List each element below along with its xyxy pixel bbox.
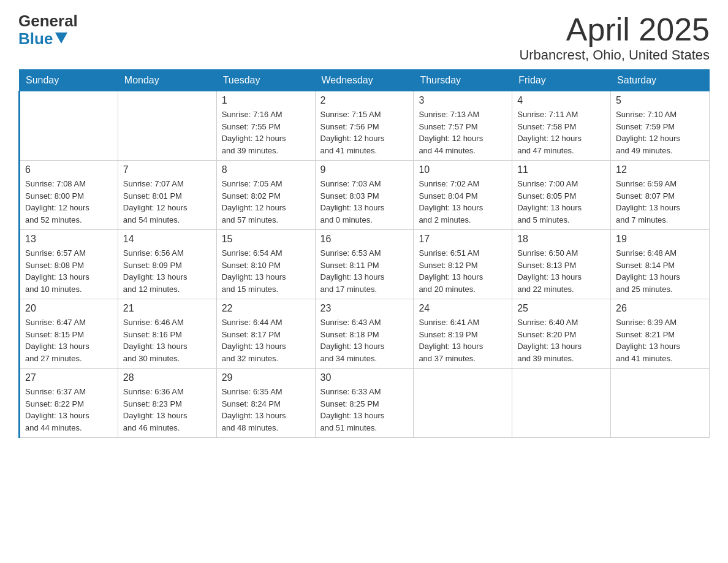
- day-info: Sunrise: 6:39 AM Sunset: 8:21 PM Dayligh…: [616, 316, 704, 364]
- calendar-week-row: 20Sunrise: 6:47 AM Sunset: 8:15 PM Dayli…: [20, 299, 710, 369]
- day-info: Sunrise: 6:57 AM Sunset: 8:08 PM Dayligh…: [25, 247, 113, 295]
- day-number: 25: [517, 303, 605, 314]
- day-number: 21: [123, 303, 211, 314]
- calendar-day-header: Wednesday: [315, 70, 414, 91]
- day-info: Sunrise: 6:33 AM Sunset: 8:25 PM Dayligh…: [320, 386, 409, 434]
- calendar-cell: 6Sunrise: 7:08 AM Sunset: 8:00 PM Daylig…: [20, 161, 118, 230]
- day-number: 16: [320, 234, 409, 245]
- calendar-cell: 2Sunrise: 7:15 AM Sunset: 7:56 PM Daylig…: [315, 91, 414, 161]
- day-number: 28: [123, 372, 211, 383]
- calendar-cell: 30Sunrise: 6:33 AM Sunset: 8:25 PM Dayli…: [315, 369, 414, 438]
- calendar-cell: [118, 91, 216, 161]
- day-number: 8: [222, 164, 310, 175]
- calendar-cell: 1Sunrise: 7:16 AM Sunset: 7:55 PM Daylig…: [216, 91, 315, 161]
- day-number: 29: [222, 372, 310, 383]
- calendar-week-row: 1Sunrise: 7:16 AM Sunset: 7:55 PM Daylig…: [20, 91, 710, 161]
- calendar-week-row: 27Sunrise: 6:37 AM Sunset: 8:22 PM Dayli…: [20, 369, 710, 438]
- day-number: 23: [320, 303, 409, 314]
- day-info: Sunrise: 7:00 AM Sunset: 8:05 PM Dayligh…: [517, 178, 605, 226]
- day-info: Sunrise: 6:40 AM Sunset: 8:20 PM Dayligh…: [517, 316, 605, 364]
- calendar-cell: 19Sunrise: 6:48 AM Sunset: 8:14 PM Dayli…: [611, 230, 710, 299]
- day-info: Sunrise: 6:41 AM Sunset: 8:19 PM Dayligh…: [419, 316, 507, 364]
- day-info: Sunrise: 6:51 AM Sunset: 8:12 PM Dayligh…: [419, 247, 507, 295]
- calendar-cell: [414, 369, 512, 438]
- day-info: Sunrise: 6:56 AM Sunset: 8:09 PM Dayligh…: [123, 247, 211, 295]
- day-number: 7: [123, 164, 211, 175]
- calendar-cell: 3Sunrise: 7:13 AM Sunset: 7:57 PM Daylig…: [414, 91, 512, 161]
- day-number: 9: [320, 164, 409, 175]
- calendar-cell: [20, 91, 118, 161]
- calendar-cell: 8Sunrise: 7:05 AM Sunset: 8:02 PM Daylig…: [216, 161, 315, 230]
- calendar-cell: 16Sunrise: 6:53 AM Sunset: 8:11 PM Dayli…: [315, 230, 414, 299]
- calendar-cell: 13Sunrise: 6:57 AM Sunset: 8:08 PM Dayli…: [20, 230, 118, 299]
- logo: General Blue: [18, 12, 78, 47]
- calendar-cell: [512, 369, 611, 438]
- day-number: 13: [25, 234, 113, 245]
- calendar-day-header: Monday: [118, 70, 216, 91]
- day-info: Sunrise: 6:59 AM Sunset: 8:07 PM Dayligh…: [616, 178, 704, 226]
- day-info: Sunrise: 6:48 AM Sunset: 8:14 PM Dayligh…: [616, 247, 704, 295]
- day-info: Sunrise: 6:43 AM Sunset: 8:18 PM Dayligh…: [320, 316, 409, 364]
- day-info: Sunrise: 6:44 AM Sunset: 8:17 PM Dayligh…: [222, 316, 310, 364]
- calendar-cell: 7Sunrise: 7:07 AM Sunset: 8:01 PM Daylig…: [118, 161, 216, 230]
- calendar-cell: 21Sunrise: 6:46 AM Sunset: 8:16 PM Dayli…: [118, 299, 216, 369]
- day-number: 2: [320, 95, 409, 106]
- day-number: 12: [616, 164, 704, 175]
- calendar-cell: 14Sunrise: 6:56 AM Sunset: 8:09 PM Dayli…: [118, 230, 216, 299]
- calendar-cell: 10Sunrise: 7:02 AM Sunset: 8:04 PM Dayli…: [414, 161, 512, 230]
- title-block: April 2025 Urbancrest, Ohio, United Stat…: [519, 12, 710, 63]
- day-info: Sunrise: 7:10 AM Sunset: 7:59 PM Dayligh…: [616, 109, 704, 156]
- day-number: 20: [25, 303, 113, 314]
- calendar-cell: 25Sunrise: 6:40 AM Sunset: 8:20 PM Dayli…: [512, 299, 611, 369]
- day-info: Sunrise: 6:47 AM Sunset: 8:15 PM Dayligh…: [25, 316, 113, 364]
- day-info: Sunrise: 7:13 AM Sunset: 7:57 PM Dayligh…: [419, 109, 507, 156]
- calendar-cell: 23Sunrise: 6:43 AM Sunset: 8:18 PM Dayli…: [315, 299, 414, 369]
- day-info: Sunrise: 6:50 AM Sunset: 8:13 PM Dayligh…: [517, 247, 605, 295]
- calendar-day-header: Saturday: [611, 70, 710, 91]
- day-info: Sunrise: 7:03 AM Sunset: 8:03 PM Dayligh…: [320, 178, 409, 226]
- day-info: Sunrise: 7:16 AM Sunset: 7:55 PM Dayligh…: [222, 109, 310, 156]
- logo-blue-text: Blue: [18, 30, 78, 48]
- logo-triangle-icon: [55, 33, 67, 44]
- day-info: Sunrise: 7:11 AM Sunset: 7:58 PM Dayligh…: [517, 109, 605, 156]
- day-number: 24: [419, 303, 507, 314]
- calendar-day-header: Sunday: [20, 70, 118, 91]
- calendar-cell: 27Sunrise: 6:37 AM Sunset: 8:22 PM Dayli…: [20, 369, 118, 438]
- day-info: Sunrise: 7:08 AM Sunset: 8:00 PM Dayligh…: [25, 178, 113, 226]
- day-number: 10: [419, 164, 507, 175]
- day-number: 11: [517, 164, 605, 175]
- calendar-header-row: SundayMondayTuesdayWednesdayThursdayFrid…: [20, 70, 710, 91]
- calendar-week-row: 6Sunrise: 7:08 AM Sunset: 8:00 PM Daylig…: [20, 161, 710, 230]
- calendar-cell: 15Sunrise: 6:54 AM Sunset: 8:10 PM Dayli…: [216, 230, 315, 299]
- calendar-day-header: Tuesday: [216, 70, 315, 91]
- day-info: Sunrise: 7:07 AM Sunset: 8:01 PM Dayligh…: [123, 178, 211, 226]
- calendar-cell: 4Sunrise: 7:11 AM Sunset: 7:58 PM Daylig…: [512, 91, 611, 161]
- page-header: General Blue April 2025 Urbancrest, Ohio…: [18, 12, 710, 63]
- calendar-day-header: Thursday: [414, 70, 512, 91]
- calendar-cell: 12Sunrise: 6:59 AM Sunset: 8:07 PM Dayli…: [611, 161, 710, 230]
- day-info: Sunrise: 7:02 AM Sunset: 8:04 PM Dayligh…: [419, 178, 507, 226]
- calendar-cell: 24Sunrise: 6:41 AM Sunset: 8:19 PM Dayli…: [414, 299, 512, 369]
- calendar-cell: [611, 369, 710, 438]
- day-info: Sunrise: 6:36 AM Sunset: 8:23 PM Dayligh…: [123, 386, 211, 434]
- calendar-cell: 9Sunrise: 7:03 AM Sunset: 8:03 PM Daylig…: [315, 161, 414, 230]
- day-number: 26: [616, 303, 704, 314]
- day-number: 1: [222, 95, 310, 106]
- day-number: 3: [419, 95, 507, 106]
- page-subtitle: Urbancrest, Ohio, United States: [519, 47, 710, 63]
- logo-general-text: General: [18, 12, 78, 30]
- calendar-week-row: 13Sunrise: 6:57 AM Sunset: 8:08 PM Dayli…: [20, 230, 710, 299]
- day-number: 15: [222, 234, 310, 245]
- calendar-cell: 22Sunrise: 6:44 AM Sunset: 8:17 PM Dayli…: [216, 299, 315, 369]
- day-number: 4: [517, 95, 605, 106]
- day-info: Sunrise: 6:46 AM Sunset: 8:16 PM Dayligh…: [123, 316, 211, 364]
- day-info: Sunrise: 6:37 AM Sunset: 8:22 PM Dayligh…: [25, 386, 113, 434]
- calendar-cell: 17Sunrise: 6:51 AM Sunset: 8:12 PM Dayli…: [414, 230, 512, 299]
- day-number: 17: [419, 234, 507, 245]
- calendar-cell: 20Sunrise: 6:47 AM Sunset: 8:15 PM Dayli…: [20, 299, 118, 369]
- day-number: 27: [25, 372, 113, 383]
- calendar-cell: 18Sunrise: 6:50 AM Sunset: 8:13 PM Dayli…: [512, 230, 611, 299]
- calendar-day-header: Friday: [512, 70, 611, 91]
- day-number: 22: [222, 303, 310, 314]
- day-info: Sunrise: 6:53 AM Sunset: 8:11 PM Dayligh…: [320, 247, 409, 295]
